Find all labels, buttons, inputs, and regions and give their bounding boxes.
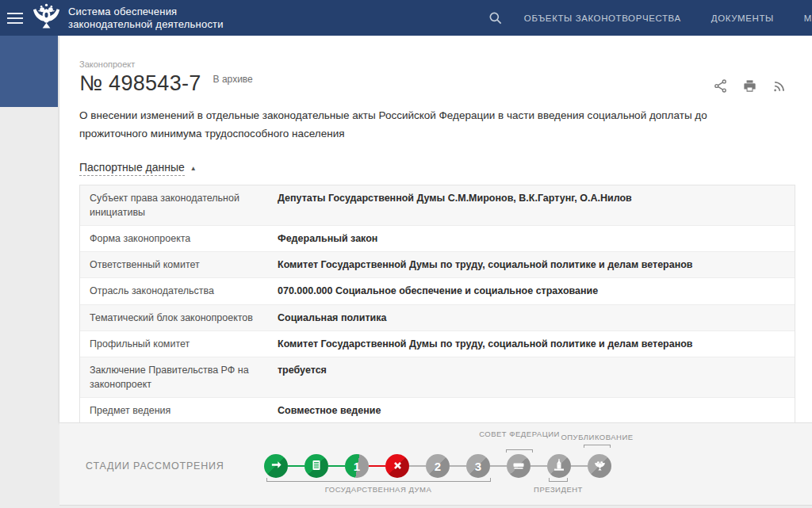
publication-bracket (584, 445, 611, 448)
menu-icon[interactable] (5, 7, 27, 29)
row-label: Профильный комитет (80, 331, 266, 357)
print-icon[interactable] (741, 78, 757, 94)
bill-type-label: Законопроект (79, 59, 796, 69)
row-value: Депутаты Государственной Думы С.М.Мироно… (266, 185, 795, 225)
president-bracket (549, 478, 568, 482)
duma-bracket (266, 478, 491, 482)
kremlin-tower-icon (553, 459, 565, 473)
stages-track: 1 2 3 (264, 454, 611, 478)
table-row: Предмет ведения Совместное ведение (80, 398, 795, 424)
stage-preliminary[interactable] (304, 454, 328, 478)
stage-second-reading[interactable]: 2 (426, 454, 450, 478)
table-row: Профильный комитет Комитет Государственн… (80, 331, 795, 357)
top-header: Система обеспечения законодательной деят… (0, 0, 812, 36)
table-row: Отрасль законодательства 070.000.000 Соц… (80, 278, 795, 304)
row-label: Тематический блок законопроектов (80, 305, 266, 330)
table-row: Ответственный комитет Комитет Государств… (80, 252, 795, 278)
group-label-president: ПРЕЗИДЕНТ (511, 485, 606, 494)
row-label: Заключение Правительства РФ на законопро… (80, 357, 266, 397)
stage-federation-council[interactable] (507, 454, 530, 478)
table-row: Заключение Правительства РФ на законопро… (80, 357, 795, 398)
document-list-icon (311, 460, 322, 473)
bill-card: Законопроект № 498543-7 В архиве (59, 36, 812, 422)
passport-section-toggle[interactable]: Паспортные данные ▲ (79, 161, 197, 176)
bill-number: № 498543-7 (79, 71, 201, 96)
row-label: Ответственный комитет (80, 252, 266, 277)
nav-item-documents[interactable]: ДОКУМЕНТЫ (711, 13, 774, 23)
cross-icon (393, 460, 403, 473)
card-actions (712, 78, 787, 94)
app-title: Система обеспечения законодательной деят… (68, 6, 224, 31)
stage-first-reading[interactable]: 1 (345, 454, 369, 478)
collapse-caret-icon: ▲ (190, 165, 197, 172)
stage-publication[interactable] (588, 454, 611, 478)
stages-panel: СТАДИИ РАССМОТРЕНИЯ СОВЕТ ФЕДЕРАЦИИ ОПУБ… (59, 422, 812, 506)
row-value: 070.000.000 Социальное обеспечение и соц… (266, 278, 795, 304)
reading-3-number: 3 (475, 460, 481, 473)
group-label-publication: ОПУБЛИКОВАНИЕ (542, 433, 653, 441)
app-logo[interactable]: Система обеспечения законодательной деят… (32, 2, 224, 34)
row-value: Комитет Государственной Думы по труду, с… (266, 252, 795, 277)
search-icon[interactable] (482, 6, 509, 30)
group-label-duma: ГОСУДАРСТВЕННАЯ ДУМА (283, 485, 473, 494)
row-label: Отрасль законодательства (80, 278, 266, 304)
sidebar-block (0, 36, 58, 107)
bench-icon (512, 459, 525, 474)
row-label: Субъект права законодательной инициативы (80, 185, 266, 225)
stage-president[interactable] (547, 454, 571, 478)
reading-1-number: 1 (354, 460, 360, 473)
row-value: Совместное ведение (266, 398, 795, 423)
table-row: Форма законопроекта Федеральный закон (80, 226, 795, 252)
table-row: Тематический блок законопроектов Социаль… (80, 305, 795, 331)
row-value: Комитет Государственной Думы по труду, с… (266, 331, 795, 357)
row-label: Форма законопроекта (80, 226, 266, 251)
reading-2-number: 2 (435, 460, 441, 473)
top-navigation: ОБЪЕКТЫ ЗАКОНОТВОРЧЕСТВА ДОКУМЕНТЫ М (509, 13, 812, 23)
stages-title: СТАДИИ РАССМОТРЕНИЯ (86, 460, 224, 472)
table-row: Субъект права законодательной инициативы… (80, 185, 795, 226)
nav-item-lawmaking-objects[interactable]: ОБЪЕКТЫ ЗАКОНОТВОРЧЕСТВА (524, 13, 681, 23)
stage-intro[interactable] (264, 454, 288, 478)
sovfed-bracket (506, 449, 533, 453)
row-label: Предмет ведения (80, 398, 266, 423)
bill-title: О внесении изменений в отдельные законод… (79, 107, 710, 143)
stage-rejected[interactable] (385, 454, 409, 478)
rss-icon[interactable] (771, 78, 787, 94)
share-icon[interactable] (712, 78, 728, 94)
status-badge: В архиве (213, 74, 253, 85)
arrow-right-icon (270, 459, 282, 473)
row-value: Социальная политика (266, 305, 795, 330)
coat-of-arms-icon (32, 2, 61, 34)
stage-third-reading[interactable]: 3 (466, 454, 490, 478)
row-value: Федеральный закон (266, 226, 795, 251)
nav-item-truncated[interactable]: М (804, 13, 812, 23)
eagle-icon (594, 460, 606, 473)
passport-section-label: Паспортные данные (79, 161, 185, 176)
row-value: требуется (266, 357, 795, 397)
